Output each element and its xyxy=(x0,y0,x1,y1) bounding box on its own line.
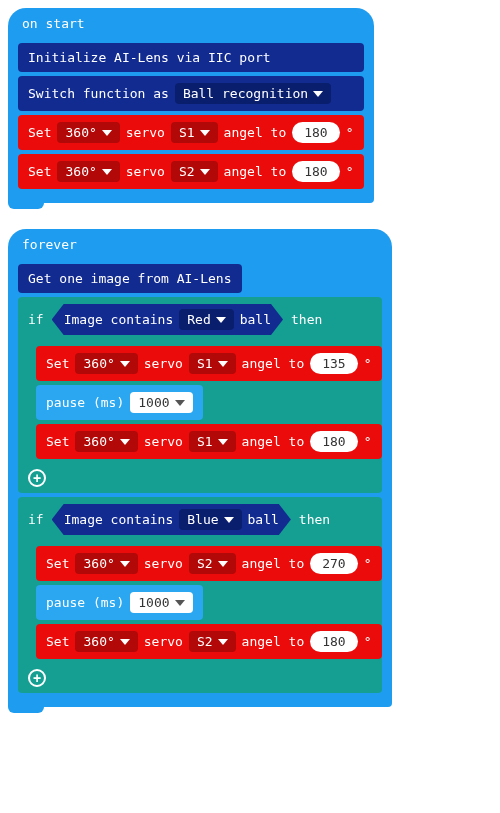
pause-value-dropdown[interactable]: 1000 xyxy=(130,392,192,413)
if-red-ball-block[interactable]: if Image contains Red ball then Set 360°… xyxy=(18,297,382,493)
set-servo-block[interactable]: Set 360° servo S1 angel to 180 ° xyxy=(36,424,382,459)
then-word: then xyxy=(299,512,330,527)
unit: ° xyxy=(346,164,354,179)
chevron-down-icon xyxy=(218,361,228,367)
on-start-block: on start Initialize AI-Lens via IIC port… xyxy=(8,8,374,209)
pause-block[interactable]: pause (ms) 1000 xyxy=(36,385,203,420)
servo-deg-dropdown[interactable]: 360° xyxy=(75,431,137,452)
angle-value-input[interactable]: 180 xyxy=(310,631,357,652)
chevron-down-icon xyxy=(120,439,130,445)
on-start-body: Initialize AI-Lens via IIC port Switch f… xyxy=(8,35,374,203)
angle-value-input[interactable]: 180 xyxy=(292,161,339,182)
servo-word: servo xyxy=(126,164,165,179)
chevron-down-icon xyxy=(175,600,185,606)
set-word: Set xyxy=(28,125,51,140)
forever-header: forever xyxy=(8,229,392,256)
ball-word: ball xyxy=(248,512,279,527)
servo-port-dropdown[interactable]: S1 xyxy=(189,353,236,374)
set-servo-s2-block[interactable]: Set 360° servo S2 angel to 180 ° xyxy=(18,154,364,189)
get-image-block[interactable]: Get one image from AI-Lens xyxy=(18,264,242,293)
if-header: if Image contains Blue ball then xyxy=(18,497,382,542)
chevron-down-icon xyxy=(218,439,228,445)
pause-value-dropdown[interactable]: 1000 xyxy=(130,592,192,613)
chevron-down-icon xyxy=(175,400,185,406)
chevron-down-icon xyxy=(200,130,210,136)
servo-deg-dropdown[interactable]: 360° xyxy=(57,161,119,182)
if-word: if xyxy=(28,512,44,527)
get-image-label: Get one image from AI-Lens xyxy=(28,271,232,286)
set-servo-block[interactable]: Set 360° servo S2 angel to 270 ° xyxy=(36,546,382,581)
init-label: Initialize AI-Lens via IIC port xyxy=(28,50,271,65)
servo-deg-dropdown[interactable]: 360° xyxy=(75,553,137,574)
ball-word: ball xyxy=(240,312,271,327)
contains-word: Image contains xyxy=(64,512,174,527)
on-start-label: on start xyxy=(22,16,85,31)
chevron-down-icon xyxy=(216,317,226,323)
image-contains-condition[interactable]: Image contains Red ball xyxy=(52,304,283,335)
if-blue-ball-block[interactable]: if Image contains Blue ball then Set 360… xyxy=(18,497,382,693)
chevron-down-icon xyxy=(120,639,130,645)
servo-port-dropdown[interactable]: S2 xyxy=(189,553,236,574)
set-servo-s1-block[interactable]: Set 360° servo S1 angel to 180 ° xyxy=(18,115,364,150)
servo-deg-dropdown[interactable]: 360° xyxy=(75,631,137,652)
chevron-down-icon xyxy=(218,639,228,645)
switch-prefix: Switch function as xyxy=(28,86,169,101)
block-notch xyxy=(8,203,44,209)
angle-word: angel to xyxy=(224,125,287,140)
plus-icon[interactable]: + xyxy=(28,669,46,687)
servo-port-dropdown[interactable]: S1 xyxy=(171,122,218,143)
if-footer: + xyxy=(18,663,382,693)
unit: ° xyxy=(346,125,354,140)
switch-function-block[interactable]: Switch function as Ball recognition xyxy=(18,76,364,111)
switch-function-dropdown[interactable]: Ball recognition xyxy=(175,83,331,104)
if-word: if xyxy=(28,312,44,327)
angle-value-input[interactable]: 180 xyxy=(310,431,357,452)
servo-port-dropdown[interactable]: S1 xyxy=(189,431,236,452)
servo-deg-dropdown[interactable]: 360° xyxy=(75,353,137,374)
chevron-down-icon xyxy=(313,91,323,97)
image-contains-condition[interactable]: Image contains Blue ball xyxy=(52,504,291,535)
servo-port-dropdown[interactable]: S2 xyxy=(171,161,218,182)
pause-label: pause (ms) xyxy=(46,395,124,410)
plus-icon[interactable]: + xyxy=(28,469,46,487)
chevron-down-icon xyxy=(200,169,210,175)
forever-block: forever Get one image from AI-Lens if Im… xyxy=(8,229,392,713)
chevron-down-icon xyxy=(120,361,130,367)
set-word: Set xyxy=(28,164,51,179)
set-servo-block[interactable]: Set 360° servo S1 angel to 135 ° xyxy=(36,346,382,381)
forever-body: Get one image from AI-Lens if Image cont… xyxy=(8,256,392,707)
angle-word: angel to xyxy=(224,164,287,179)
set-servo-block[interactable]: Set 360° servo S2 angel to 180 ° xyxy=(36,624,382,659)
ball-color-dropdown[interactable]: Blue xyxy=(179,509,241,530)
initialize-ai-lens-block[interactable]: Initialize AI-Lens via IIC port xyxy=(18,43,364,72)
forever-label: forever xyxy=(22,237,77,252)
chevron-down-icon xyxy=(102,130,112,136)
on-start-header: on start xyxy=(8,8,374,35)
if-header: if Image contains Red ball then xyxy=(18,297,382,342)
chevron-down-icon xyxy=(120,561,130,567)
angle-value-input[interactable]: 270 xyxy=(310,553,357,574)
if-footer: + xyxy=(18,463,382,493)
chevron-down-icon xyxy=(102,169,112,175)
chevron-down-icon xyxy=(224,517,234,523)
switch-option: Ball recognition xyxy=(183,86,308,101)
pause-block[interactable]: pause (ms) 1000 xyxy=(36,585,203,620)
ball-color-dropdown[interactable]: Red xyxy=(179,309,233,330)
angle-value-input[interactable]: 135 xyxy=(310,353,357,374)
contains-word: Image contains xyxy=(64,312,174,327)
pause-label: pause (ms) xyxy=(46,595,124,610)
then-word: then xyxy=(291,312,322,327)
angle-value-input[interactable]: 180 xyxy=(292,122,339,143)
chevron-down-icon xyxy=(218,561,228,567)
servo-port-dropdown[interactable]: S2 xyxy=(189,631,236,652)
block-notch xyxy=(8,707,44,713)
servo-word: servo xyxy=(126,125,165,140)
servo-deg-dropdown[interactable]: 360° xyxy=(57,122,119,143)
